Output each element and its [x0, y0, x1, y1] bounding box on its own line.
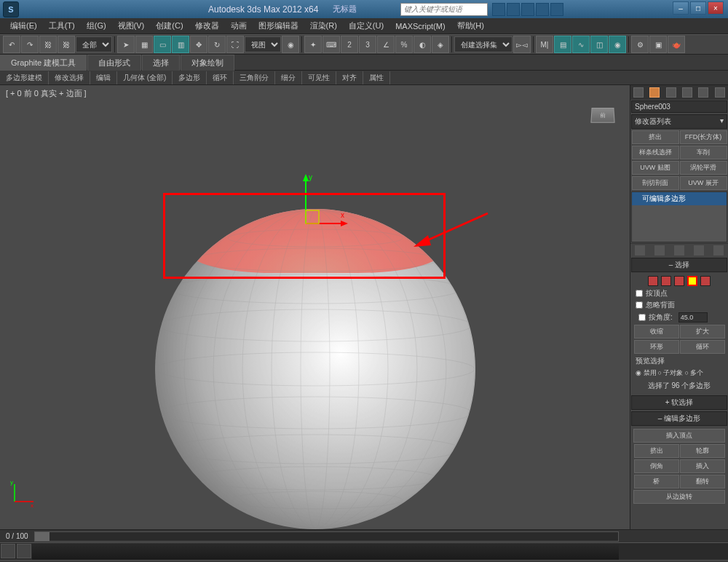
menu-create[interactable]: 创建(C): [150, 20, 189, 31]
subobj-vertex-icon[interactable]: [648, 276, 658, 286]
quick-mod-slice[interactable]: 剖切剖面: [632, 176, 679, 190]
redo-button[interactable]: ↷: [21, 36, 39, 53]
quick-mod-uvwmap[interactable]: UVW 贴图: [632, 161, 679, 175]
exchange-icon[interactable]: [536, 3, 549, 16]
snap-toggle-3d[interactable]: 3: [359, 36, 376, 53]
hinge-from-edge-button[interactable]: 从边旋转: [633, 490, 725, 504]
subobj-polygon-icon[interactable]: [687, 276, 697, 286]
bridge-button[interactable]: 桥: [634, 475, 679, 488]
search-icon[interactable]: [492, 3, 505, 16]
layers-button[interactable]: ▤: [554, 36, 571, 53]
angle-spinner[interactable]: [678, 312, 708, 322]
hierarchy-panel-icon[interactable]: [666, 87, 676, 98]
loop-button[interactable]: 循环: [680, 340, 725, 354]
remove-modifier-icon[interactable]: [694, 245, 704, 256]
window-crossing-button[interactable]: ▥: [172, 36, 189, 53]
rollout-soft-selection[interactable]: + 软选择: [631, 395, 727, 410]
menu-group[interactable]: 组(G): [81, 20, 112, 31]
select-region-button[interactable]: ▭: [154, 36, 171, 53]
curve-editor-button[interactable]: ∿: [572, 36, 590, 53]
viewport-label[interactable]: [ + 0 前 0 真实 + 边面 ]: [6, 88, 87, 99]
spinner-snap-button[interactable]: ◐: [414, 36, 431, 53]
move-button[interactable]: ✥: [190, 36, 207, 53]
modifier-list-dropdown[interactable]: 修改器列表▾: [631, 114, 727, 129]
quick-mod-turbosmooth[interactable]: 涡轮平滑: [680, 161, 727, 175]
select-by-name-button[interactable]: ▦: [135, 36, 153, 53]
quick-mod-uvw-unwrap[interactable]: UVW 展开: [680, 176, 727, 190]
help-search-input[interactable]: [400, 3, 488, 16]
menu-customize[interactable]: 自定义(U): [343, 20, 389, 31]
favorites-icon[interactable]: [507, 3, 520, 16]
preview-subobj-radio[interactable]: ○ 子对象: [658, 368, 684, 378]
ribbon-panel-poly-model[interactable]: 多边形建模: [0, 71, 49, 84]
shrink-button[interactable]: 收缩: [634, 325, 679, 339]
modify-panel-icon[interactable]: [649, 87, 660, 98]
extrude-button[interactable]: 挤出: [634, 444, 679, 458]
quick-mod-ffd[interactable]: FFD(长方体): [680, 130, 727, 144]
menu-graph-editors[interactable]: 图形编辑器: [253, 20, 304, 31]
subobj-edge-icon[interactable]: [661, 276, 671, 286]
unlink-button[interactable]: ⛓̷: [58, 36, 75, 53]
menu-modifiers[interactable]: 修改器: [189, 20, 225, 31]
select-object-button[interactable]: ➤: [117, 36, 135, 53]
rendered-frame-button[interactable]: ▣: [649, 36, 667, 53]
make-unique-icon[interactable]: [674, 245, 684, 256]
minimize-button[interactable]: –: [673, 1, 689, 15]
scale-button[interactable]: ⛶: [226, 36, 244, 53]
ring-button[interactable]: 环形: [634, 340, 679, 354]
quick-mod-spline-sel[interactable]: 样条线选择: [632, 146, 679, 159]
subobj-element-icon[interactable]: [700, 276, 711, 286]
selection-filter-dropdown[interactable]: 全部: [76, 36, 112, 52]
trackbar-open-mini-curve-icon[interactable]: [1, 544, 15, 558]
pivot-center-button[interactable]: ◉: [282, 36, 299, 53]
menu-tools[interactable]: 工具(T): [43, 20, 81, 31]
ribbon-panel-properties[interactable]: 属性: [363, 71, 390, 84]
viewport-front[interactable]: [ + 0 前 0 真实 + 边面 ]: [0, 85, 630, 529]
viewcube-face-front[interactable]: 前: [590, 108, 614, 123]
menu-edit[interactable]: 编辑(E): [4, 20, 43, 31]
flip-button[interactable]: 翻转: [680, 475, 725, 488]
keyboard-shortcut-button[interactable]: ⌨: [323, 36, 340, 53]
utilities-panel-icon[interactable]: [715, 87, 725, 98]
help-icon[interactable]: [550, 3, 563, 16]
ribbon-panel-geometry[interactable]: 几何体 (全部): [117, 71, 173, 84]
viewcube[interactable]: 前: [587, 100, 619, 132]
scene-object-sphere[interactable]: [155, 209, 475, 529]
time-slider-handle[interactable]: [35, 532, 50, 541]
inset-button[interactable]: 插入: [680, 459, 725, 473]
mirror-button[interactable]: ▻◅: [513, 36, 531, 53]
motion-panel-icon[interactable]: [682, 87, 692, 98]
ribbon-panel-tri[interactable]: 三角剖分: [234, 71, 275, 84]
ribbon-tab-object-paint[interactable]: 对象绘制: [181, 55, 234, 71]
time-slider[interactable]: 0 / 100: [0, 529, 728, 542]
outline-button[interactable]: 轮廓: [680, 444, 725, 458]
schematic-view-button[interactable]: ◫: [590, 36, 608, 53]
bevel-button[interactable]: 倒角: [634, 459, 679, 473]
app-logo-icon[interactable]: S: [3, 1, 19, 17]
preview-off-radio[interactable]: ◉ 禁用: [636, 368, 657, 378]
align-button[interactable]: M|: [536, 36, 553, 53]
trackbar-filter-icon[interactable]: [17, 544, 31, 558]
ignore-backfacing-checkbox[interactable]: 忽略背面: [633, 299, 726, 311]
track-ruler[interactable]: [32, 543, 619, 560]
subobj-border-icon[interactable]: [674, 276, 684, 286]
grow-button[interactable]: 扩大: [680, 325, 725, 339]
angle-snap-button[interactable]: ∠: [377, 36, 395, 53]
modifier-stack[interactable]: 可编辑多边形: [631, 191, 727, 242]
menu-animation[interactable]: 动画: [225, 20, 253, 31]
ref-coord-dropdown[interactable]: 视图: [245, 36, 281, 52]
ribbon-panel-polygons[interactable]: 多边形: [173, 71, 207, 84]
percent-snap-button[interactable]: %: [395, 36, 413, 53]
ribbon-panel-modify-sel[interactable]: 修改选择: [49, 71, 90, 84]
configure-sets-icon[interactable]: [713, 245, 724, 256]
by-vertex-checkbox[interactable]: 按顶点: [633, 288, 726, 299]
snap-toggle-2d[interactable]: 2: [341, 36, 358, 53]
rollout-selection[interactable]: – 选择: [631, 258, 727, 272]
ribbon-panel-visibility[interactable]: 可见性: [302, 71, 336, 84]
material-editor-button[interactable]: ◉: [609, 36, 626, 53]
menu-maxscript[interactable]: MAXScript(M): [389, 22, 451, 31]
edged-faces-button[interactable]: ◈: [432, 36, 449, 53]
ribbon-panel-loops[interactable]: 循环: [207, 71, 234, 84]
rotate-button[interactable]: ↻: [208, 36, 226, 53]
create-panel-icon[interactable]: [633, 87, 644, 98]
